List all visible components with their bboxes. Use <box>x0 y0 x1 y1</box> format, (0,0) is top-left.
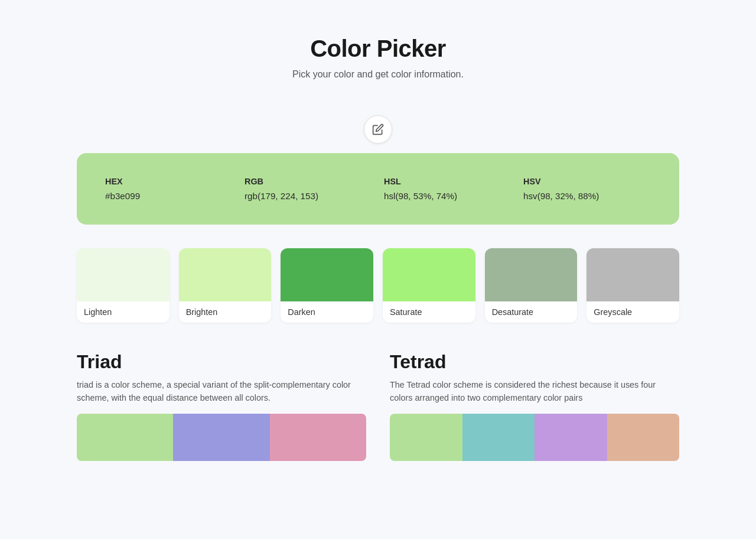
rgb-label: RGB <box>245 177 372 186</box>
variant-label-saturate: Saturate <box>383 301 475 323</box>
hsl-info: HSL hsl(98, 53%, 74%) <box>384 177 511 201</box>
page-header: Color Picker Pick your color and get col… <box>77 35 679 80</box>
variant-label-darken: Darken <box>281 301 373 323</box>
page-title: Color Picker <box>77 35 679 62</box>
variant-swatch-greyscale <box>586 248 679 301</box>
variant-label-desaturate: Desaturate <box>485 301 578 323</box>
variant-swatch-brighten <box>179 248 272 301</box>
variant-card-desaturate[interactable]: Desaturate <box>485 248 578 323</box>
hsl-value: hsl(98, 53%, 74%) <box>384 191 511 201</box>
variant-card-greyscale[interactable]: Greyscale <box>586 248 679 323</box>
hsv-label: HSV <box>523 177 651 186</box>
hsl-label: HSL <box>384 177 511 186</box>
tetrad-swatch-1 <box>462 414 535 461</box>
triad-swatch-0 <box>77 414 173 461</box>
triad-section: Triad triad is a color scheme, a special… <box>77 351 366 461</box>
color-picker-button[interactable] <box>364 115 392 144</box>
triad-swatch-1 <box>173 414 269 461</box>
tetrad-swatches <box>390 414 679 461</box>
pencil-icon <box>372 124 384 135</box>
variant-swatch-desaturate <box>485 248 578 301</box>
color-variants-grid: Lighten Brighten Darken Saturate Desatur… <box>77 248 679 323</box>
tetrad-swatch-2 <box>535 414 607 461</box>
triad-description: triad is a color scheme, a special varia… <box>77 379 366 404</box>
rgb-info: RGB rgb(179, 224, 153) <box>245 177 372 201</box>
variant-card-lighten[interactable]: Lighten <box>77 248 170 323</box>
variant-label-greyscale: Greyscale <box>586 301 679 323</box>
tetrad-swatch-3 <box>607 414 680 461</box>
triad-swatch-2 <box>270 414 366 461</box>
page-subtitle: Pick your color and get color informatio… <box>77 69 679 80</box>
rgb-value: rgb(179, 224, 153) <box>245 191 372 201</box>
picker-icon-wrapper <box>77 115 679 144</box>
tetrad-title: Tetrad <box>390 351 679 373</box>
tetrad-section: Tetrad The Tetrad color scheme is consid… <box>390 351 679 461</box>
hsv-value: hsv(98, 32%, 88%) <box>523 191 651 201</box>
color-info-card: HEX #b3e099 RGB rgb(179, 224, 153) HSL h… <box>77 153 679 225</box>
hsv-info: HSV hsv(98, 32%, 88%) <box>523 177 651 201</box>
variant-swatch-darken <box>281 248 373 301</box>
triad-title: Triad <box>77 351 366 373</box>
variant-swatch-saturate <box>383 248 475 301</box>
variant-card-brighten[interactable]: Brighten <box>179 248 272 323</box>
variant-label-lighten: Lighten <box>77 301 170 323</box>
tetrad-swatch-0 <box>390 414 462 461</box>
variant-card-darken[interactable]: Darken <box>281 248 373 323</box>
variant-card-saturate[interactable]: Saturate <box>383 248 475 323</box>
triad-swatches <box>77 414 366 461</box>
variant-label-brighten: Brighten <box>179 301 272 323</box>
hex-info: HEX #b3e099 <box>105 177 233 201</box>
variant-swatch-lighten <box>77 248 170 301</box>
tetrad-description: The Tetrad color scheme is considered th… <box>390 379 679 404</box>
hex-label: HEX <box>105 177 233 186</box>
color-schemes-row: Triad triad is a color scheme, a special… <box>77 351 679 461</box>
hex-value: #b3e099 <box>105 191 233 201</box>
